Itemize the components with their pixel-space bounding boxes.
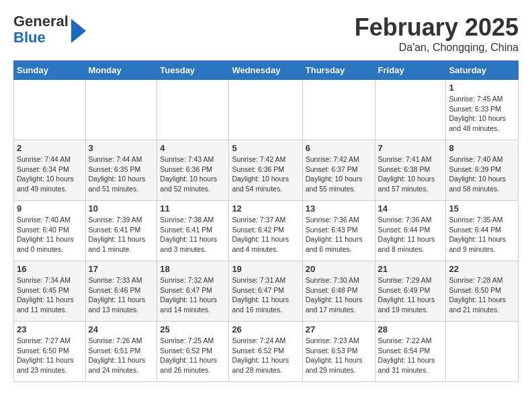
day-number: 25 [160,324,226,334]
calendar-cell: 28Sunrise: 7:22 AM Sunset: 6:54 PM Dayli… [375,322,446,382]
day-number: 7 [378,143,443,153]
day-info: Sunrise: 7:44 AM Sunset: 6:35 PM Dayligh… [89,154,154,194]
day-info: Sunrise: 7:41 AM Sunset: 6:38 PM Dayligh… [378,154,443,194]
calendar-cell [14,80,86,140]
calendar-cell: 8Sunrise: 7:40 AM Sunset: 6:39 PM Daylig… [446,140,519,201]
logo-blue: Blue [13,30,69,46]
calendar-cell: 20Sunrise: 7:30 AM Sunset: 6:48 PM Dayli… [302,261,375,322]
day-info: Sunrise: 7:23 AM Sunset: 6:53 PM Dayligh… [306,336,372,375]
day-number: 15 [449,203,515,214]
calendar-cell: 25Sunrise: 7:25 AM Sunset: 6:52 PM Dayli… [157,322,229,382]
day-info: Sunrise: 7:36 AM Sunset: 6:43 PM Dayligh… [306,215,372,255]
day-number: 12 [232,203,299,214]
calendar-cell: 17Sunrise: 7:33 AM Sunset: 6:46 PM Dayli… [85,261,157,322]
day-info: Sunrise: 7:36 AM Sunset: 6:44 PM Dayligh… [378,215,443,255]
day-number: 20 [306,264,372,274]
weekday-header-saturday: Saturday [446,61,519,80]
day-number: 28 [378,324,443,334]
day-info: Sunrise: 7:34 AM Sunset: 6:45 PM Dayligh… [17,275,83,315]
day-number: 1 [449,83,515,93]
calendar-cell: 16Sunrise: 7:34 AM Sunset: 6:45 PM Dayli… [14,261,86,322]
day-number: 6 [306,143,372,153]
day-info: Sunrise: 7:42 AM Sunset: 6:37 PM Dayligh… [306,154,372,194]
day-info: Sunrise: 7:38 AM Sunset: 6:41 PM Dayligh… [160,215,226,255]
day-number: 8 [449,143,515,153]
calendar-cell [375,80,446,140]
calendar-body: 1Sunrise: 7:45 AM Sunset: 6:33 PM Daylig… [14,80,519,382]
title-area: February 2025 Da'an, Chongqing, China [355,13,519,54]
page-subtitle: Da'an, Chongqing, China [355,42,519,54]
day-number: 4 [160,143,226,153]
logo-arrow-icon [71,19,86,43]
day-number: 2 [17,143,83,153]
day-number: 24 [89,324,154,334]
calendar-week-5: 23Sunrise: 7:27 AM Sunset: 6:50 PM Dayli… [14,322,519,382]
calendar-cell [446,322,519,382]
day-number: 14 [378,203,443,214]
day-number: 26 [232,324,299,334]
calendar-cell: 19Sunrise: 7:31 AM Sunset: 6:47 PM Dayli… [229,261,302,322]
calendar-week-1: 1Sunrise: 7:45 AM Sunset: 6:33 PM Daylig… [14,80,519,140]
weekday-header-thursday: Thursday [302,61,375,80]
calendar-cell: 24Sunrise: 7:26 AM Sunset: 6:51 PM Dayli… [85,322,157,382]
calendar-cell: 9Sunrise: 7:40 AM Sunset: 6:40 PM Daylig… [14,201,86,261]
day-number: 5 [232,143,299,153]
weekday-header-sunday: Sunday [14,61,86,80]
calendar-cell: 21Sunrise: 7:29 AM Sunset: 6:49 PM Dayli… [375,261,446,322]
calendar-cell [302,80,375,140]
day-number: 18 [160,264,226,274]
day-number: 27 [306,324,372,334]
day-number: 21 [378,264,443,274]
day-info: Sunrise: 7:43 AM Sunset: 6:36 PM Dayligh… [160,154,226,194]
calendar-cell: 7Sunrise: 7:41 AM Sunset: 6:38 PM Daylig… [375,140,446,201]
day-info: Sunrise: 7:32 AM Sunset: 6:47 PM Dayligh… [160,275,226,315]
day-number: 9 [17,203,83,214]
day-info: Sunrise: 7:37 AM Sunset: 6:42 PM Dayligh… [232,215,299,255]
day-number: 16 [17,264,83,274]
day-number: 23 [17,324,83,334]
weekday-header-wednesday: Wednesday [229,61,302,80]
calendar-cell: 11Sunrise: 7:38 AM Sunset: 6:41 PM Dayli… [157,201,229,261]
calendar-cell: 27Sunrise: 7:23 AM Sunset: 6:53 PM Dayli… [302,322,375,382]
weekday-header-monday: Monday [85,61,157,80]
calendar-cell: 6Sunrise: 7:42 AM Sunset: 6:37 PM Daylig… [302,140,375,201]
page-title: February 2025 [355,13,519,42]
calendar-cell: 3Sunrise: 7:44 AM Sunset: 6:35 PM Daylig… [85,140,157,201]
day-info: Sunrise: 7:24 AM Sunset: 6:52 PM Dayligh… [232,336,299,375]
calendar-cell: 5Sunrise: 7:42 AM Sunset: 6:36 PM Daylig… [229,140,302,201]
calendar-week-3: 9Sunrise: 7:40 AM Sunset: 6:40 PM Daylig… [14,201,519,261]
calendar-cell: 2Sunrise: 7:44 AM Sunset: 6:34 PM Daylig… [14,140,86,201]
day-number: 3 [89,143,154,153]
calendar-table: SundayMondayTuesdayWednesdayThursdayFrid… [13,60,519,382]
calendar-cell: 18Sunrise: 7:32 AM Sunset: 6:47 PM Dayli… [157,261,229,322]
calendar-cell: 4Sunrise: 7:43 AM Sunset: 6:36 PM Daylig… [157,140,229,201]
page-header: General Blue February 2025 Da'an, Chongq… [13,13,519,54]
day-info: Sunrise: 7:28 AM Sunset: 6:50 PM Dayligh… [449,275,515,315]
calendar-cell: 26Sunrise: 7:24 AM Sunset: 6:52 PM Dayli… [229,322,302,382]
calendar-cell: 23Sunrise: 7:27 AM Sunset: 6:50 PM Dayli… [14,322,86,382]
weekday-header-tuesday: Tuesday [157,61,229,80]
logo-text: General Blue [13,13,69,46]
calendar-header: SundayMondayTuesdayWednesdayThursdayFrid… [14,61,519,80]
calendar-cell: 1Sunrise: 7:45 AM Sunset: 6:33 PM Daylig… [446,80,519,140]
day-info: Sunrise: 7:39 AM Sunset: 6:41 PM Dayligh… [89,215,154,255]
calendar-cell: 22Sunrise: 7:28 AM Sunset: 6:50 PM Dayli… [446,261,519,322]
calendar-week-2: 2Sunrise: 7:44 AM Sunset: 6:34 PM Daylig… [14,140,519,201]
day-info: Sunrise: 7:25 AM Sunset: 6:52 PM Dayligh… [160,336,226,375]
day-info: Sunrise: 7:35 AM Sunset: 6:44 PM Dayligh… [449,215,515,255]
day-number: 13 [306,203,372,214]
day-info: Sunrise: 7:33 AM Sunset: 6:46 PM Dayligh… [89,275,154,315]
day-info: Sunrise: 7:42 AM Sunset: 6:36 PM Dayligh… [232,154,299,194]
weekday-header-friday: Friday [375,61,446,80]
day-info: Sunrise: 7:45 AM Sunset: 6:33 PM Dayligh… [449,94,515,134]
calendar-cell [85,80,157,140]
day-info: Sunrise: 7:40 AM Sunset: 6:39 PM Dayligh… [449,154,515,194]
calendar-cell: 12Sunrise: 7:37 AM Sunset: 6:42 PM Dayli… [229,201,302,261]
calendar-cell: 14Sunrise: 7:36 AM Sunset: 6:44 PM Dayli… [375,201,446,261]
day-info: Sunrise: 7:22 AM Sunset: 6:54 PM Dayligh… [378,336,443,375]
day-info: Sunrise: 7:26 AM Sunset: 6:51 PM Dayligh… [89,336,154,375]
logo: General Blue [13,13,86,46]
logo-general: General [13,13,69,30]
calendar-cell [157,80,229,140]
day-info: Sunrise: 7:29 AM Sunset: 6:49 PM Dayligh… [378,275,443,315]
